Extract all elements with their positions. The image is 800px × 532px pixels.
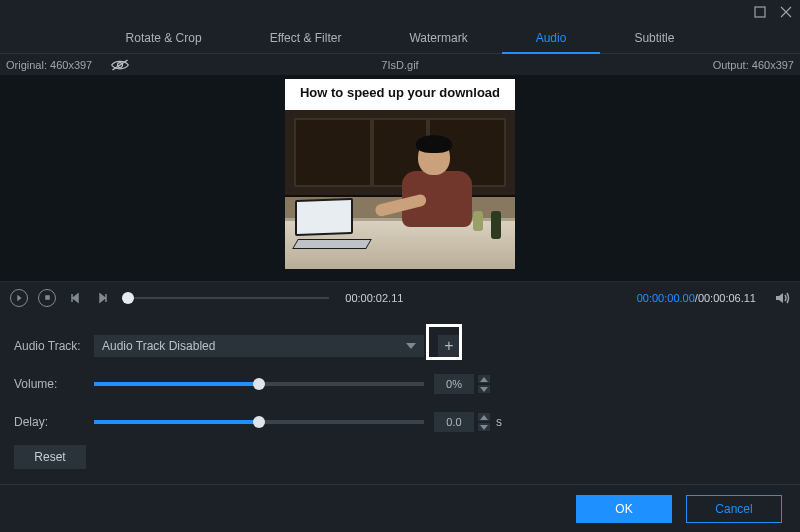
delay-down-button[interactable] [478,423,490,431]
stop-button[interactable] [38,289,56,307]
tab-watermark[interactable]: Watermark [405,25,471,53]
reset-button[interactable]: Reset [14,445,86,469]
svg-rect-3 [45,295,50,300]
preview-area: How to speed up your download [0,76,800,281]
preview-toggle-icon[interactable] [110,58,130,72]
add-audio-track-button[interactable]: + [438,335,460,357]
tab-audio[interactable]: Audio [532,25,571,53]
audio-track-select[interactable]: Audio Track Disabled [94,335,424,357]
playback-bar: 00:00:02.11 00:00:00.00/00:00:06.11 [0,281,800,313]
svg-rect-0 [755,7,765,17]
delay-up-button[interactable] [478,413,490,421]
audio-track-label: Audio Track: [14,339,94,353]
delay-unit: s [496,415,502,429]
delay-label: Delay: [14,415,94,429]
prev-frame-button[interactable] [66,289,84,307]
timeline-slider[interactable] [122,289,329,307]
thumbnail-title: How to speed up your download [285,79,515,110]
original-size-label: Original: 460x397 [6,59,92,71]
cancel-button[interactable]: Cancel [686,495,782,523]
tab-bar: Rotate & Crop Effect & Filter Watermark … [0,24,800,54]
play-button[interactable] [10,289,28,307]
dialog-footer: OK Cancel [0,484,800,532]
audio-track-value: Audio Track Disabled [102,339,215,353]
volume-slider[interactable] [94,382,424,386]
volume-value: 0% [434,374,474,394]
volume-up-button[interactable] [478,375,490,383]
next-frame-button[interactable] [94,289,112,307]
tab-effect-filter[interactable]: Effect & Filter [266,25,346,53]
maximize-icon[interactable] [754,6,766,18]
video-thumbnail: How to speed up your download [285,79,515,269]
delay-slider[interactable] [94,420,424,424]
info-strip: Original: 460x397 7IsD.gif Output: 460x3… [0,54,800,76]
tab-subtitle[interactable]: Subtitle [630,25,678,53]
delay-value: 0.0 [434,412,474,432]
ok-button[interactable]: OK [576,495,672,523]
close-icon[interactable] [780,6,792,18]
chevron-down-icon [406,343,416,349]
app-window: Rotate & Crop Effect & Filter Watermark … [0,0,800,532]
audio-settings-panel: Audio Track: Audio Track Disabled + Volu… [0,313,800,484]
tab-rotate-crop[interactable]: Rotate & Crop [122,25,206,53]
volume-down-button[interactable] [478,385,490,393]
volume-label: Volume: [14,377,94,391]
window-controls [0,0,800,24]
output-size-label: Output: 460x397 [713,59,800,71]
current-time-label: 00:00:02.11 [339,292,409,304]
volume-icon[interactable] [774,290,790,306]
time-range-label: 00:00:00.00/00:00:06.11 [637,292,756,304]
thumbnail-scene [285,110,515,269]
